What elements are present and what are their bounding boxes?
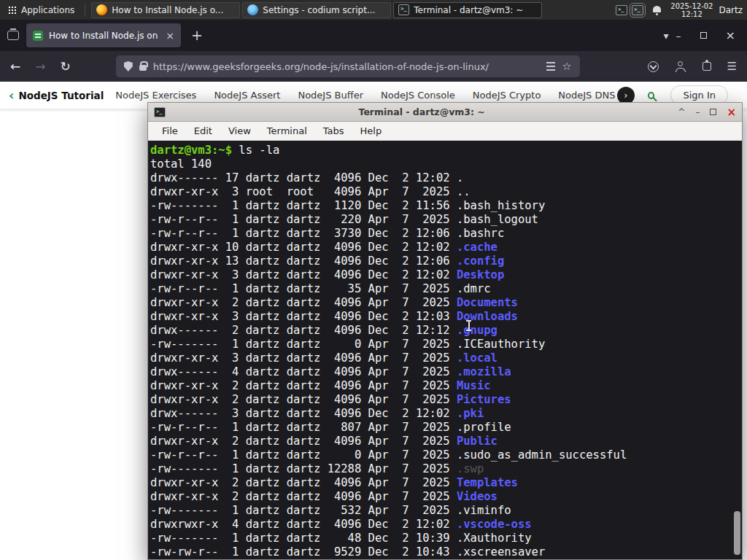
bookmark-star-icon[interactable]: ☆ xyxy=(562,60,571,73)
nav-scroll-left-icon[interactable]: ‹ xyxy=(9,88,14,103)
terminal-line: -rw-r--r-- 1 dartz dartz 3730 Dec 2 12:0… xyxy=(150,227,742,241)
terminal-line: -rw------- 1 dartz dartz 0 Apr 7 2025 .I… xyxy=(150,338,742,351)
terminal-line: -rw-r--r-- 1 dartz dartz 0 Apr 7 2025 .s… xyxy=(150,448,742,462)
forward-icon[interactable]: → xyxy=(35,59,45,74)
menu-help[interactable]: Help xyxy=(352,122,390,139)
browser-tab[interactable]: How to Install Node.js on × xyxy=(26,23,181,47)
panel-clock[interactable]: 2025-12-02 12:12 xyxy=(670,2,713,18)
terminal-line: drwx------ 17 dartz dartz 4096 Dec 2 12:… xyxy=(150,171,742,185)
url-text[interactable]: https://www.geeksforgeeks.org/node-js/in… xyxy=(153,61,541,72)
taskbar-window-2[interactable]: Settings - codium script... xyxy=(242,2,391,18)
browser-toolbar: ← → ↻ https://www.geeksforgeeks.org/node… xyxy=(0,51,747,82)
close-icon[interactable]: × xyxy=(726,28,735,42)
text-cursor-icon xyxy=(465,320,472,331)
reader-mode-icon[interactable] xyxy=(546,62,555,71)
taskbar-window-title: Terminal - dartz@vm3: ~ xyxy=(414,5,523,15)
clock-date: 2025-12-02 xyxy=(670,2,713,10)
applications-menu-button[interactable]: Applications xyxy=(4,4,79,17)
terminal-prompt-line: dartz@vm3:~$ ls -la xyxy=(150,144,742,158)
menu-tabs[interactable]: Tabs xyxy=(315,122,352,139)
search-icon[interactable] xyxy=(648,92,655,99)
menu-terminal[interactable]: Terminal xyxy=(259,122,315,139)
clock-time: 12:12 xyxy=(670,10,713,18)
terminal-line: -rw-r--r-- 1 dartz dartz 220 Apr 7 2025 … xyxy=(150,213,742,227)
terminal-line: -rw------- 1 dartz dartz 48 Dec 2 10:39 … xyxy=(150,532,742,545)
shade-icon[interactable]: ^ xyxy=(678,107,685,117)
browser-window-controls: – × xyxy=(676,28,740,42)
nav-item[interactable]: NodeJS Console xyxy=(381,90,455,101)
url-bar[interactable]: https://www.geeksforgeeks.org/node-js/in… xyxy=(116,55,580,77)
terminal-line: drwxr-xr-x 2 dartz dartz 4096 Apr 7 2025… xyxy=(150,393,742,407)
system-tray xyxy=(616,5,643,15)
applications-grid-icon xyxy=(9,7,16,14)
terminal-app-icon xyxy=(154,107,166,117)
desktop-panel: Applications How to Install Node.js o...… xyxy=(0,0,747,20)
terminal-window: Terminal - dartz@vm3: ~ ^ – × FileEditVi… xyxy=(147,102,743,560)
maximize-icon[interactable] xyxy=(700,32,707,39)
menu-icon[interactable]: ☰ xyxy=(727,60,737,73)
menu-edit[interactable]: Edit xyxy=(186,122,220,139)
taskbar-window-3[interactable]: Terminal - dartz@vm3: ~ xyxy=(393,2,542,18)
taskbar: How to Install Node.js o...Settings - co… xyxy=(91,2,610,18)
terminal-line: drwxr-xr-x 10 dartz dartz 4096 Dec 2 12:… xyxy=(150,241,742,254)
terminal-line: drwxr-xr-x 2 dartz dartz 4096 Apr 7 2025… xyxy=(150,476,742,490)
reload-icon[interactable]: ↻ xyxy=(61,59,71,74)
settings-icon xyxy=(247,4,258,15)
nav-item[interactable]: NodeJS Crypto xyxy=(473,90,541,101)
toolbar-right-icons: ☰ xyxy=(648,60,737,73)
desktop: Applications How to Install Node.js o...… xyxy=(0,0,747,560)
firefox-view-icon[interactable] xyxy=(7,31,19,40)
menu-view[interactable]: View xyxy=(220,122,259,139)
terminal-lines: total 140drwx------ 17 dartz dartz 4096 … xyxy=(150,158,742,559)
terminal-window-controls: ^ – × xyxy=(678,106,736,119)
nav-item[interactable]: NodeJS Buffer xyxy=(298,90,363,101)
site-nav-items: NodeJS ExercisesNodeJS AssertNodeJS Buff… xyxy=(115,90,617,101)
tab-title: How to Install Node.js on xyxy=(49,31,160,41)
tracking-shield-icon[interactable] xyxy=(124,61,133,71)
terminal-line: drwxr-xr-x 3 dartz dartz 4096 Dec 2 12:0… xyxy=(150,268,742,282)
menu-file[interactable]: File xyxy=(154,122,186,139)
firefox-icon xyxy=(96,4,107,15)
back-icon[interactable]: ← xyxy=(10,59,20,74)
notification-bell-icon[interactable] xyxy=(652,6,662,14)
terminal-line: -rw-r--r-- 1 dartz dartz 35 Apr 7 2025 .… xyxy=(150,282,742,296)
terminal-line: drwxr-xr-x 2 dartz dartz 4096 Apr 7 2025… xyxy=(150,379,742,393)
lock-icon[interactable] xyxy=(139,65,147,71)
taskbar-window-1[interactable]: How to Install Node.js o... xyxy=(91,2,240,18)
terminal-prompt: dartz@vm3:~$ xyxy=(150,144,232,157)
terminal-title: Terminal - dartz@vm3: ~ xyxy=(171,106,672,117)
list-all-tabs-icon[interactable]: ▾ xyxy=(664,31,669,41)
tray-terminal-icon[interactable] xyxy=(616,5,627,15)
terminal-line: drwx------ 4 dartz dartz 4096 Apr 7 2025… xyxy=(150,365,742,379)
nav-item[interactable]: NodeJS Exercises xyxy=(115,90,196,101)
taskbar-window-title: How to Install Node.js o... xyxy=(112,5,223,15)
pocket-icon[interactable] xyxy=(648,61,659,72)
nav-back-title[interactable]: NodeJS Tutorial xyxy=(18,90,104,101)
minimize-icon[interactable]: – xyxy=(676,30,681,42)
terminal-output[interactable]: dartz@vm3:~$ ls -la total 140drwx------ … xyxy=(148,141,742,559)
terminal-minimize-icon[interactable]: – xyxy=(695,107,700,117)
nav-item[interactable]: NodeJS Assert xyxy=(214,90,280,101)
terminal-line: -rw------- 1 dartz dartz 1120 Dec 2 11:5… xyxy=(150,199,742,213)
terminal-line: drwxr-xr-x 2 dartz dartz 4096 Apr 7 2025… xyxy=(150,296,742,310)
panel-separator xyxy=(85,4,85,17)
terminal-close-icon[interactable]: × xyxy=(727,106,736,119)
nav-item[interactable]: NodeJS DNS xyxy=(558,90,615,101)
terminal-line: drwxr-xr-x 2 dartz dartz 4096 Apr 7 2025… xyxy=(150,490,742,504)
terminal-line: -rw------- 1 dartz dartz 12288 Apr 7 202… xyxy=(150,462,742,476)
new-tab-button[interactable]: + xyxy=(188,28,206,42)
tray-terminal-active-icon[interactable] xyxy=(632,5,643,15)
nav-scroll-right-icon[interactable]: › xyxy=(617,87,635,104)
terminal-titlebar[interactable]: Terminal - dartz@vm3: ~ ^ – × xyxy=(148,103,742,122)
terminal-line: drwxr-xr-x 2 dartz dartz 4096 Apr 7 2025… xyxy=(150,435,742,448)
terminal-maximize-icon[interactable] xyxy=(710,109,716,115)
terminal-command: ls -la xyxy=(239,144,279,157)
terminal-scrollbar-thumb[interactable] xyxy=(734,511,740,555)
terminal-line: -rw------- 1 dartz dartz 532 Apr 7 2025 … xyxy=(150,504,742,518)
account-icon[interactable] xyxy=(675,61,686,72)
tab-close-icon[interactable]: × xyxy=(166,31,174,41)
applications-label: Applications xyxy=(21,5,74,15)
extensions-icon[interactable] xyxy=(703,62,711,71)
panel-user-label[interactable]: Dartz xyxy=(719,5,743,15)
terminal-line: -rw-r--r-- 1 dartz dartz 807 Apr 7 2025 … xyxy=(150,421,742,435)
